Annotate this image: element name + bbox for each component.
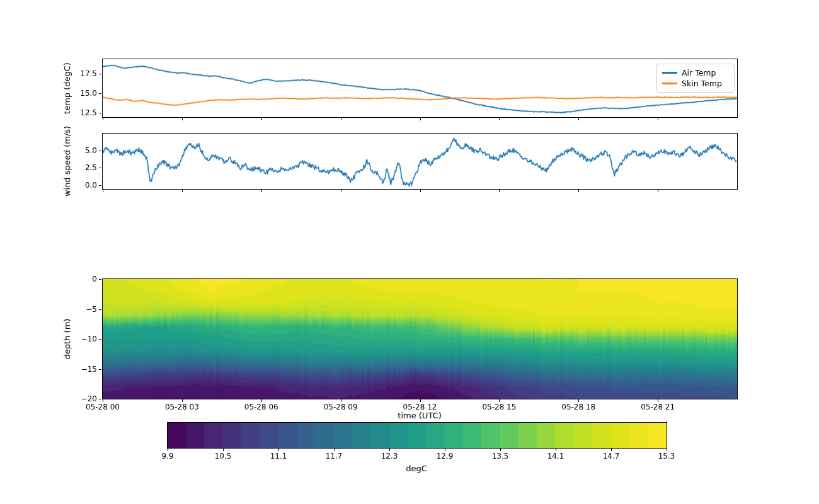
y-tick-label: 2.5 bbox=[62, 163, 97, 172]
y-tick-label: −20 bbox=[62, 394, 97, 403]
skin-temp-line-swatch bbox=[662, 83, 677, 84]
colorbar-gradient bbox=[168, 423, 667, 448]
figure: temp (degC) wind speed (m/s) depth (m) t… bbox=[0, 0, 819, 504]
y-tick bbox=[99, 168, 101, 168]
x-tick bbox=[103, 399, 103, 402]
x-tick bbox=[341, 190, 341, 192]
x-tick bbox=[182, 190, 183, 192]
colorbar-tick bbox=[278, 449, 279, 451]
x-tick bbox=[261, 190, 262, 192]
x-tick bbox=[658, 190, 658, 192]
x-tick bbox=[103, 190, 103, 192]
y-tick-label: −15 bbox=[62, 365, 97, 374]
x-tick-label: 05-28 12 bbox=[395, 403, 445, 411]
x-tick bbox=[341, 118, 341, 120]
x-tick-label: 05-28 09 bbox=[316, 403, 366, 411]
colorbar-tick bbox=[389, 449, 390, 451]
y-tick bbox=[99, 369, 101, 370]
x-tick bbox=[261, 399, 262, 402]
colorbar-tick-label: 10.5 bbox=[204, 452, 242, 461]
x-tick-label: 05-28 06 bbox=[236, 403, 287, 411]
x-tick bbox=[261, 118, 262, 120]
x-tick bbox=[578, 190, 579, 192]
colorbar-label: degC bbox=[406, 464, 427, 473]
x-tick bbox=[420, 190, 421, 192]
x-tick-label: 05-28 03 bbox=[157, 403, 207, 411]
legend-entry-air-temp: Air Temp bbox=[662, 67, 729, 78]
time-x-axis-label: time (UTC) bbox=[398, 411, 441, 420]
colorbar-tick bbox=[223, 449, 224, 451]
x-tick bbox=[499, 118, 500, 120]
y-tick bbox=[99, 339, 101, 340]
legend-label-air-temp: Air Temp bbox=[682, 68, 716, 77]
x-tick bbox=[499, 190, 500, 192]
depth-temp-heatmap bbox=[103, 279, 737, 399]
y-tick bbox=[99, 151, 101, 151]
x-tick bbox=[658, 399, 658, 402]
x-tick bbox=[182, 118, 183, 120]
colorbar-tick bbox=[667, 449, 667, 451]
wind-speed-plot bbox=[103, 134, 737, 189]
colorbar-tick-label: 12.9 bbox=[426, 452, 464, 461]
x-tick bbox=[103, 118, 103, 120]
y-tick bbox=[99, 185, 101, 186]
colorbar-tick bbox=[168, 449, 168, 451]
y-tick bbox=[99, 93, 101, 94]
air-temp-line-swatch bbox=[662, 72, 677, 74]
y-tick-label: 0 bbox=[62, 275, 97, 284]
y-tick bbox=[99, 399, 101, 399]
colorbar-tick-label: 13.5 bbox=[481, 452, 519, 461]
x-tick bbox=[578, 399, 579, 402]
colorbar-tick bbox=[445, 449, 445, 451]
air-skin-temp-plot bbox=[103, 59, 737, 117]
x-tick bbox=[499, 399, 500, 402]
y-tick-label: 17.5 bbox=[62, 69, 97, 78]
y-tick-label: 12.5 bbox=[62, 108, 97, 117]
x-tick bbox=[658, 118, 658, 120]
colorbar-tick-label: 15.3 bbox=[648, 452, 685, 461]
colorbar-tick-label: 14.1 bbox=[537, 452, 575, 461]
colorbar-tick bbox=[556, 449, 556, 451]
y-tick bbox=[99, 279, 101, 280]
y-tick bbox=[99, 74, 101, 74]
y-tick-label: −5 bbox=[62, 305, 97, 314]
colorbar-tick-label: 12.3 bbox=[370, 452, 408, 461]
colorbar-tick bbox=[611, 449, 612, 451]
x-tick bbox=[182, 399, 183, 402]
x-tick-label: 05-28 18 bbox=[553, 403, 604, 411]
y-tick-label: 15.0 bbox=[62, 89, 97, 98]
x-tick bbox=[341, 399, 341, 402]
colorbar-tick bbox=[334, 449, 335, 451]
x-tick bbox=[420, 399, 421, 402]
legend-entry-skin-temp: Skin Temp bbox=[662, 78, 729, 89]
legend: Air Temp Skin Temp bbox=[656, 64, 735, 93]
x-tick bbox=[578, 118, 579, 120]
colorbar-tick-label: 9.9 bbox=[149, 452, 186, 461]
colorbar-tick bbox=[500, 449, 501, 451]
colorbar-tick-label: 11.1 bbox=[260, 452, 297, 461]
x-tick bbox=[420, 118, 421, 120]
colorbar-tick-label: 11.7 bbox=[315, 452, 353, 461]
y-tick bbox=[99, 113, 101, 113]
x-tick-label: 05-28 21 bbox=[633, 403, 683, 411]
x-tick-label: 05-28 00 bbox=[77, 403, 128, 411]
x-tick-label: 05-28 15 bbox=[474, 403, 524, 411]
y-tick-label: 0.0 bbox=[62, 181, 97, 190]
colorbar-tick-label: 14.7 bbox=[592, 452, 630, 461]
y-tick-label: 5.0 bbox=[62, 146, 97, 155]
legend-label-skin-temp: Skin Temp bbox=[682, 79, 722, 88]
y-tick bbox=[99, 309, 101, 310]
y-tick-label: −10 bbox=[62, 335, 97, 343]
